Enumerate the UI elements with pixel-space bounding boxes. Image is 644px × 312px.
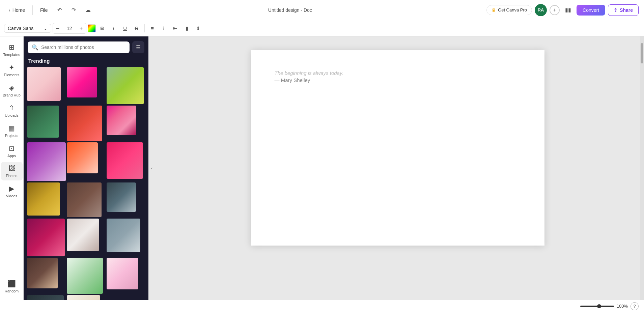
photo-item-15[interactable]: [107, 219, 140, 252]
file-label: File: [40, 7, 48, 13]
font-size-value[interactable]: 12: [64, 23, 75, 33]
help-button[interactable]: ?: [631, 302, 639, 310]
font-family-selector[interactable]: Canva Sans ⌄: [4, 24, 51, 33]
line-spacing-button[interactable]: ⇕: [193, 23, 203, 33]
bottom-bar: 100% ?: [0, 300, 644, 312]
search-bar: 🔍 ☰: [24, 36, 148, 57]
document-title[interactable]: Untitled design - Doc: [268, 7, 312, 13]
convert-button[interactable]: Convert: [577, 5, 605, 16]
nav-divider: [32, 5, 33, 15]
sidebar-item-apps[interactable]: ⊡ Apps: [1, 142, 23, 161]
align-left-button[interactable]: ≡: [147, 23, 158, 33]
uploads-icon: ⇧: [9, 104, 15, 112]
brand-hub-label: Brand Hub: [3, 93, 21, 97]
photo-item-20[interactable]: [67, 295, 100, 300]
canvas-area: The beginning is always today. — Mary Sh…: [155, 36, 640, 300]
photo-item-12[interactable]: [107, 182, 136, 212]
crown-icon: ♛: [492, 7, 496, 13]
canva-pro-button[interactable]: ♛ Get Canva Pro: [486, 5, 532, 15]
zoom-value: 100%: [617, 304, 628, 309]
filter-icon: ☰: [136, 44, 141, 51]
photo-item-1[interactable]: [27, 67, 61, 101]
cloud-save-icon[interactable]: ☁: [82, 4, 94, 16]
main-content: ⊞ Templates ✦ Elements ◈ Brand Hub ⇧ Upl…: [0, 36, 644, 300]
font-family-value: Canva Sans: [8, 26, 33, 31]
vertical-scrollbar[interactable]: [640, 36, 644, 300]
sidebar-item-brand-hub[interactable]: ◈ Brand Hub: [1, 81, 23, 100]
format-separator-1: [144, 24, 145, 32]
outdent-button[interactable]: ⇤: [170, 23, 180, 33]
font-size-control: – 12 +: [53, 23, 86, 34]
text-color-button[interactable]: [88, 24, 96, 32]
photo-item-10[interactable]: [27, 182, 60, 216]
elements-icon: ✦: [9, 63, 15, 72]
scroll-thumb[interactable]: [641, 43, 643, 63]
random-icon: ⬛: [7, 280, 16, 288]
zoom-knob: [597, 304, 601, 308]
projects-icon: ▦: [8, 124, 15, 132]
undo-button[interactable]: ↶: [54, 4, 65, 16]
photo-item-8[interactable]: [67, 142, 98, 173]
bold-button[interactable]: B: [97, 23, 107, 33]
photo-item-16[interactable]: [27, 258, 58, 288]
strikethrough-button[interactable]: S: [132, 23, 142, 33]
photos-label: Photos: [6, 174, 17, 178]
photo-item-17[interactable]: [67, 258, 103, 294]
videos-label: Videos: [6, 194, 17, 198]
document-quote-text: The beginning is always today.: [275, 70, 521, 76]
sidebar-item-random[interactable]: ⬛ Random: [1, 277, 23, 296]
font-size-decrease-button[interactable]: –: [53, 23, 62, 33]
photo-item-9[interactable]: [107, 142, 143, 179]
projects-label: Projects: [5, 134, 19, 138]
left-sidebar: ⊞ Templates ✦ Elements ◈ Brand Hub ⇧ Upl…: [0, 36, 24, 300]
nav-right-actions: ♛ Get Canva Pro RA + ▮▮ Convert ⇧ Share: [486, 4, 639, 16]
user-avatar[interactable]: RA: [535, 4, 547, 16]
share-button[interactable]: ⇧ Share: [608, 4, 639, 16]
photo-item-5[interactable]: [67, 106, 102, 141]
analytics-button[interactable]: ▮▮: [562, 4, 574, 16]
photo-item-2[interactable]: [67, 67, 97, 97]
convert-label: Convert: [583, 7, 599, 13]
file-menu-button[interactable]: File: [37, 5, 51, 15]
top-navigation: ‹ Home File ↶ ↷ ☁ Untitled design - Doc …: [0, 0, 644, 20]
zoom-slider[interactable]: [580, 306, 614, 307]
photo-item-13[interactable]: [27, 219, 65, 256]
underline-button[interactable]: U: [120, 23, 130, 33]
sidebar-item-elements[interactable]: ✦ Elements: [1, 61, 23, 80]
photo-item-3[interactable]: [107, 67, 144, 104]
photo-item-11[interactable]: [67, 182, 102, 217]
chevron-left-icon: ‹: [151, 166, 152, 171]
add-team-button[interactable]: +: [550, 5, 560, 15]
photos-icon: 🖼: [8, 165, 15, 172]
sidebar-item-projects[interactable]: ▦ Projects: [1, 121, 23, 140]
photo-item-19[interactable]: [27, 295, 64, 300]
sidebar-item-photos[interactable]: 🖼 Photos: [1, 162, 23, 180]
apps-icon: ⊡: [9, 144, 15, 152]
brand-hub-icon: ◈: [9, 84, 14, 92]
search-input[interactable]: [41, 45, 125, 50]
photo-item-18[interactable]: [107, 258, 138, 289]
filter-button[interactable]: ☰: [132, 41, 144, 53]
canva-pro-label: Get Canva Pro: [498, 7, 527, 12]
italic-button[interactable]: I: [109, 23, 119, 33]
font-size-increase-button[interactable]: +: [77, 23, 86, 33]
home-button[interactable]: ‹ Home: [5, 5, 28, 15]
random-label: Random: [5, 289, 19, 293]
sidebar-item-uploads[interactable]: ⇧ Uploads: [1, 101, 23, 120]
help-icon: ?: [633, 304, 636, 309]
block-text-button[interactable]: ▮: [182, 23, 192, 33]
photo-item-7[interactable]: [27, 142, 66, 181]
sidebar-item-videos[interactable]: ▶ Videos: [1, 182, 23, 201]
document-quote-attribution: — Mary Shelley: [275, 77, 521, 83]
nav-center: Untitled design - Doc: [96, 7, 484, 13]
sidebar-item-templates[interactable]: ⊞ Templates: [1, 40, 23, 59]
canvas-document[interactable]: The beginning is always today. — Mary Sh…: [251, 50, 544, 246]
list-button[interactable]: ⁞: [159, 23, 169, 33]
redo-button[interactable]: ↷: [68, 4, 80, 16]
photo-item-6[interactable]: [107, 106, 136, 135]
photo-item-14[interactable]: [67, 219, 99, 251]
hide-panel-button[interactable]: ‹: [148, 36, 155, 300]
photo-item-4[interactable]: [27, 106, 59, 138]
photos-panel: 🔍 ☰ Trending: [24, 36, 148, 300]
plus-icon: +: [80, 25, 83, 31]
